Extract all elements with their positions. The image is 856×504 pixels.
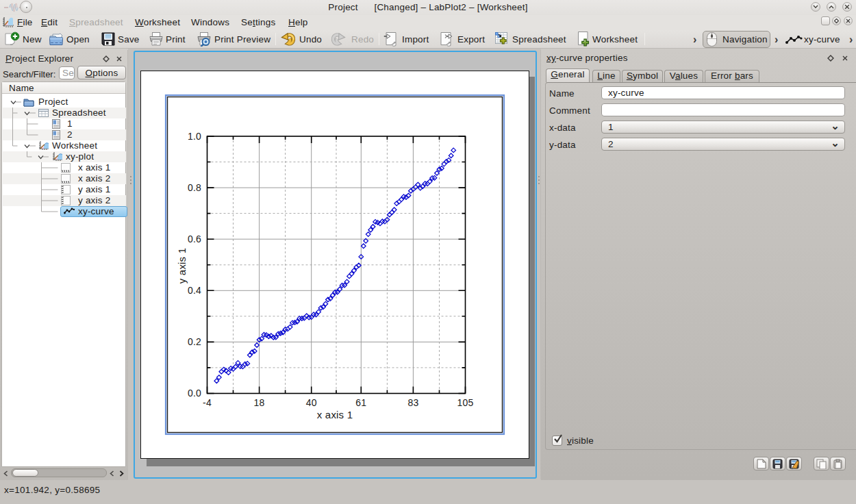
svg-text:83: 83 [407, 397, 418, 408]
svg-text:18: 18 [254, 397, 265, 408]
svg-text:40: 40 [306, 397, 317, 408]
svg-text:0.4: 0.4 [188, 285, 201, 296]
svg-text:105: 105 [457, 397, 474, 408]
svg-text:y axis 1: y axis 1 [176, 248, 188, 284]
svg-text:1.0: 1.0 [188, 131, 201, 142]
svg-text:x axis 1: x axis 1 [317, 409, 353, 420]
svg-text:-4: -4 [203, 397, 212, 408]
svg-text:0.2: 0.2 [188, 336, 201, 347]
svg-text:61: 61 [355, 397, 366, 408]
svg-text:0.6: 0.6 [188, 234, 201, 244]
svg-text:0.0: 0.0 [188, 388, 201, 399]
svg-text:0.8: 0.8 [188, 182, 201, 193]
